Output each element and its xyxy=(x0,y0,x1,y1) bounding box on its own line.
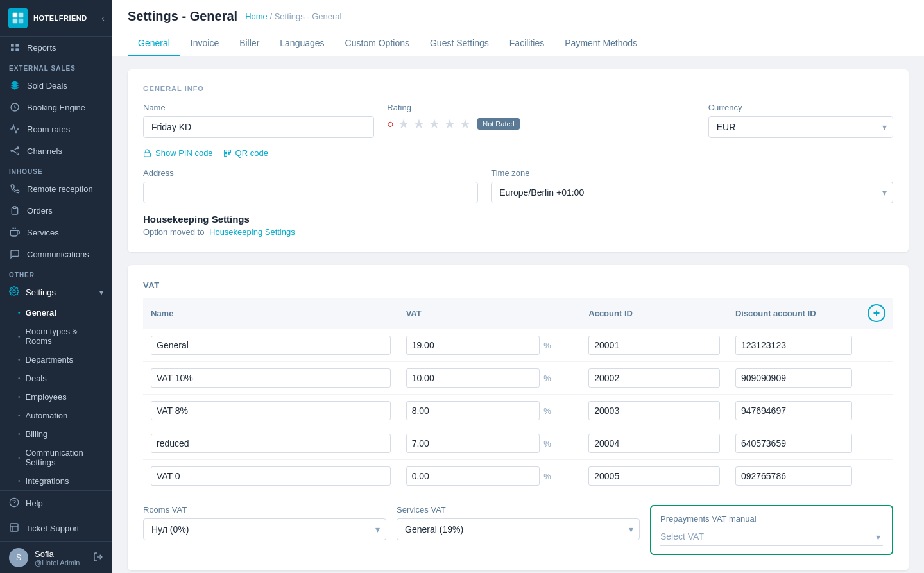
sidebar-bottom: Help Ticket Support S Sofia @Hotel Admin xyxy=(0,490,112,573)
tab-languages[interactable]: Languages xyxy=(270,31,334,56)
vat-discount-id-input-1[interactable] xyxy=(735,368,852,388)
vat-account-id-input-4[interactable] xyxy=(588,466,720,486)
name-group: Name xyxy=(143,103,374,138)
sidebar-sub-label-general: General xyxy=(26,308,56,318)
sidebar-item-ticket-support[interactable]: Ticket Support xyxy=(0,516,112,541)
vat-col-name: Name xyxy=(143,298,398,329)
tab-general[interactable]: General xyxy=(128,31,180,56)
timezone-label: Time zone xyxy=(491,168,893,178)
vat-rate-input-3[interactable] xyxy=(406,434,540,453)
prepayments-box: Prepayments VAT manual Select VAT Genera… xyxy=(650,505,893,555)
vat-discount-id-input-4[interactable] xyxy=(735,466,852,486)
table-row: % xyxy=(143,395,893,427)
sidebar-sub-item-general[interactable]: General xyxy=(0,304,112,322)
app-logo-text: HOTELFRIEND xyxy=(33,14,87,22)
sidebar-item-help[interactable]: Help xyxy=(0,491,112,516)
vat-name-input-0[interactable] xyxy=(151,336,391,355)
sidebar-item-sold-deals[interactable]: Sold Deals xyxy=(0,74,112,96)
user-avatar: S xyxy=(9,548,28,567)
tab-custom-options[interactable]: Custom Options xyxy=(335,31,420,56)
vat-account-id-input-1[interactable] xyxy=(588,368,720,388)
room-rates-icon xyxy=(9,123,21,135)
sidebar-sub-item-billing[interactable]: Billing xyxy=(0,425,112,443)
address-input[interactable] xyxy=(143,182,478,203)
star-3[interactable]: ★ xyxy=(429,116,440,132)
currency-select[interactable]: EUR USD GBP CHF xyxy=(708,116,893,138)
qr-code-link[interactable]: QR code xyxy=(223,148,268,158)
prepayments-vat-select[interactable]: Select VAT General (19%) Нул (0%) VAT 10… xyxy=(660,527,883,546)
vat-name-input-3[interactable] xyxy=(151,434,391,453)
vat-rate-input-4[interactable] xyxy=(406,466,540,486)
timezone-group: Time zone Europe/Berlin +01:00 Europe/Lo… xyxy=(491,168,893,203)
rating-label: Rating xyxy=(387,103,695,112)
tab-payment-methods[interactable]: Payment Methods xyxy=(554,31,647,56)
star-2[interactable]: ★ xyxy=(413,116,425,132)
name-input[interactable] xyxy=(143,116,374,138)
vat-name-input-1[interactable] xyxy=(151,368,391,388)
page-title-row: Settings - General Home / Settings - Gen… xyxy=(128,9,909,24)
svg-rect-1 xyxy=(19,13,24,18)
sidebar-sub-item-communication-settings[interactable]: Communication Settings xyxy=(0,443,112,472)
vat-name-input-4[interactable] xyxy=(151,466,391,486)
sidebar-sub-item-integrations[interactable]: Integrations xyxy=(0,472,112,490)
rating-minus-icon[interactable]: ○ xyxy=(387,117,394,131)
tab-facilities[interactable]: Facilities xyxy=(499,31,554,56)
tab-invoice[interactable]: Invoice xyxy=(180,31,229,56)
star-5[interactable]: ★ xyxy=(459,116,471,132)
housekeeping-link[interactable]: Housekeeping Settings xyxy=(209,227,295,237)
sidebar-sub-item-employees[interactable]: Employees xyxy=(0,388,112,406)
sidebar-sub-item-room-types-rooms[interactable]: Room types & Rooms xyxy=(0,322,112,350)
vat-discount-id-input-3[interactable] xyxy=(735,434,852,453)
tabs-bar: General Invoice Biller Languages Custom … xyxy=(128,31,909,56)
sidebar-item-communications[interactable]: Communications xyxy=(0,243,112,265)
timezone-select[interactable]: Europe/Berlin +01:00 Europe/London +00:0… xyxy=(491,182,893,203)
channels-icon xyxy=(9,145,21,157)
vat-account-id-input-0[interactable] xyxy=(588,336,720,355)
user-logout-icon[interactable] xyxy=(93,552,103,564)
sidebar-section-other: Other xyxy=(0,265,112,281)
sidebar-item-channels[interactable]: Channels xyxy=(0,140,112,162)
tab-biller[interactable]: Biller xyxy=(229,31,270,56)
vat-discount-id-input-2[interactable] xyxy=(735,401,852,420)
svg-rect-29 xyxy=(228,154,229,155)
vat-name-input-2[interactable] xyxy=(151,401,391,420)
sidebar-sub-item-departments[interactable]: Departments xyxy=(0,350,112,369)
table-row: % xyxy=(143,329,893,362)
star-4[interactable]: ★ xyxy=(444,116,456,132)
sidebar-item-room-rates[interactable]: Room rates xyxy=(0,118,112,140)
services-vat-select[interactable]: General (19%) Нул (0%) VAT 10% (10%) VAT… xyxy=(397,518,640,540)
sidebar-item-remote-reception[interactable]: Remote reception xyxy=(0,178,112,200)
rooms-vat-select[interactable]: Нул (0%) General (19%) VAT 10% (10%) VAT… xyxy=(143,518,386,540)
timezone-select-wrapper: Europe/Berlin +01:00 Europe/London +00:0… xyxy=(491,182,893,203)
user-info: Sofia @Hotel Admin xyxy=(35,549,87,567)
sidebar-item-settings[interactable]: Settings ▾ xyxy=(0,281,112,304)
svg-rect-2 xyxy=(13,19,18,24)
sidebar-logo: HOTELFRIEND ‹ xyxy=(0,0,112,37)
sidebar-sub-label-billing: Billing xyxy=(26,429,48,439)
vat-discount-id-input-0[interactable] xyxy=(735,336,852,355)
sidebar-item-label-sold-deals: Sold Deals xyxy=(27,81,67,90)
add-vat-row-button[interactable]: + xyxy=(868,304,886,322)
sidebar-item-reports[interactable]: Reports xyxy=(0,37,112,58)
rating-row: ○ ★ ★ ★ ★ ★ Not Rated xyxy=(387,116,695,132)
vat-account-id-input-2[interactable] xyxy=(588,401,720,420)
svg-rect-5 xyxy=(15,44,19,47)
show-pin-link[interactable]: Show PIN code xyxy=(143,148,213,158)
breadcrumb-home[interactable]: Home xyxy=(245,12,268,21)
vat-rate-input-2[interactable] xyxy=(406,401,540,420)
star-1[interactable]: ★ xyxy=(398,116,409,132)
vat-rate-input-1[interactable] xyxy=(406,368,540,388)
vat-account-id-input-3[interactable] xyxy=(588,434,720,453)
svg-rect-6 xyxy=(11,48,14,51)
sidebar-item-services[interactable]: Services xyxy=(0,221,112,243)
main-area: Settings - General Home / Settings - Gen… xyxy=(112,0,924,573)
sidebar-item-orders[interactable]: Orders xyxy=(0,200,112,221)
lock-icon xyxy=(143,149,151,157)
sidebar-collapse-icon[interactable]: ‹ xyxy=(101,13,105,23)
sidebar-item-booking-engine[interactable]: Booking Engine xyxy=(0,96,112,118)
vat-rate-input-0[interactable] xyxy=(406,336,540,355)
vat-selects-row: Rooms VAT Нул (0%) General (19%) VAT 10%… xyxy=(143,505,893,555)
sidebar-sub-item-deals[interactable]: Deals xyxy=(0,369,112,388)
sidebar-sub-item-automation[interactable]: Automation xyxy=(0,406,112,425)
tab-guest-settings[interactable]: Guest Settings xyxy=(420,31,499,56)
